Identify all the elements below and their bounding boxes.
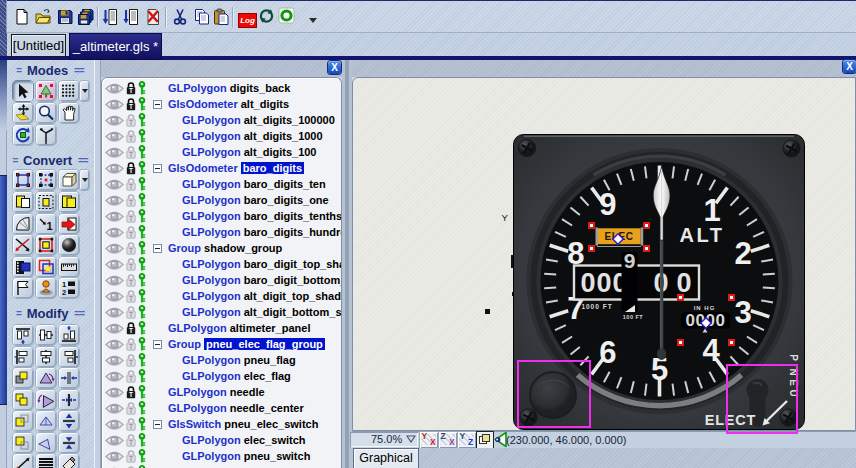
svg-text:2: 2 <box>735 236 752 271</box>
svg-text:T: T <box>129 295 133 302</box>
svg-text:P: P <box>788 354 799 361</box>
svg-text:1: 1 <box>47 219 53 231</box>
svg-text:T: T <box>129 247 133 254</box>
svg-text:T: T <box>129 183 133 190</box>
svg-text:T: T <box>129 119 133 126</box>
svg-text:100 FT: 100 FT <box>623 314 644 320</box>
svg-text:T: T <box>129 279 133 286</box>
svg-text:3: 3 <box>735 295 752 330</box>
svg-text:1000 FT: 1000 FT <box>581 303 612 310</box>
svg-text:T: T <box>129 311 133 318</box>
svg-text:0: 0 <box>580 268 595 298</box>
svg-text:4: 4 <box>703 333 721 368</box>
svg-text:T: T <box>129 103 133 110</box>
svg-text:T: T <box>129 455 133 462</box>
svg-text:T: T <box>129 375 133 382</box>
svg-text:T: T <box>129 327 133 334</box>
svg-text:9: 9 <box>599 187 616 222</box>
svg-text:9: 9 <box>624 249 636 272</box>
svg-text:T: T <box>129 151 133 158</box>
svg-text:0: 0 <box>596 268 611 298</box>
svg-text:T: T <box>129 343 133 350</box>
svg-text:T: T <box>129 359 133 366</box>
svg-text:T: T <box>129 439 133 446</box>
svg-text:T: T <box>129 135 133 142</box>
svg-text:T: T <box>129 263 133 270</box>
svg-text:T: T <box>129 215 133 222</box>
svg-text:T: T <box>129 87 133 94</box>
svg-text:T: T <box>129 167 133 174</box>
svg-text:2: 2 <box>62 288 66 297</box>
svg-text:6: 6 <box>599 335 616 370</box>
svg-text:T: T <box>129 407 133 414</box>
svg-text:T: T <box>129 391 133 398</box>
svg-text:T: T <box>129 199 133 206</box>
svg-text:T: T <box>129 231 133 238</box>
svg-text:ALT: ALT <box>680 224 725 246</box>
svg-text:T: T <box>129 423 133 430</box>
